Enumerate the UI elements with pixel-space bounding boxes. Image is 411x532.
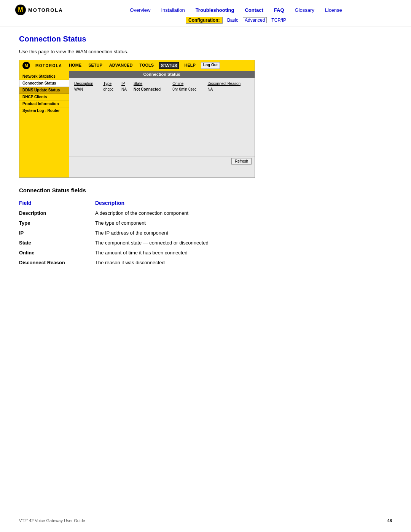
nav-license[interactable]: License — [325, 7, 342, 13]
router-nav-tools[interactable]: TOOLS — [138, 62, 155, 69]
field-col-header: Field — [19, 200, 32, 206]
table-row: WAN dhcpc NA Not Connected 0hr 0min 0sec… — [72, 86, 252, 92]
sidebar-item-network-statistics[interactable]: Network Statistics — [19, 73, 69, 80]
router-logo-icon: M — [22, 62, 30, 69]
router-main-panel: Connection Status Description Type IP St… — [69, 71, 255, 177]
motorola-logo-icon: M — [15, 5, 26, 15]
field-desc-cell: A description of the connection componen… — [95, 210, 188, 216]
field-desc-cell: The reason it was disconnected — [95, 260, 165, 265]
fields-table-row: StateThe component state — connected or … — [19, 238, 392, 248]
fields-table-row: OnlineThe amount of time it has been con… — [19, 248, 392, 257]
sidebar-item-system-log[interactable]: System Log - Router — [19, 107, 69, 114]
col-header-disconnect: Disconnect Reason — [205, 81, 252, 86]
sidebar-item-dhcp-clients[interactable]: DHCP Clients — [19, 94, 69, 101]
field-name-cell: Disconnect Reason — [19, 260, 65, 265]
router-nav-home[interactable]: HOME — [67, 62, 83, 69]
sidebar-item-product-info[interactable]: Product Information — [19, 101, 69, 107]
sidebar-item-connection-status[interactable]: Connection Status — [19, 80, 69, 87]
router-panel-header: Connection Status — [69, 71, 255, 78]
cell-online: 0hr 0min 0sec — [170, 86, 205, 92]
page-description: Use this page to view the WAN connection… — [19, 49, 392, 54]
motorola-logo-text: MOTOROLA — [28, 7, 63, 13]
sub-nav-basic[interactable]: Basic — [227, 18, 238, 23]
router-topbar: M MOTOROLA HOME SETUP ADVANCED TOOLS STA… — [19, 60, 255, 71]
router-empty-area — [69, 95, 255, 156]
fields-section-title: Connection Status fields — [19, 187, 392, 193]
main-content: Connection Status Use this page to view … — [0, 27, 411, 283]
fields-table-row: Disconnect ReasonThe reason it was disco… — [19, 257, 392, 267]
col-header-description: Description — [72, 81, 101, 86]
field-desc-cell: The IP address of the component — [95, 230, 168, 236]
field-name-cell: Online — [19, 250, 34, 256]
cell-disconnect-reason: NA — [205, 86, 252, 92]
router-body: Network Statistics Connection Status DDN… — [19, 71, 255, 177]
page-footer: VT2142 Voice Gateway User Guide 48 — [19, 518, 392, 523]
router-nav-setup[interactable]: SETUP — [87, 62, 104, 69]
cell-state: Not Connected — [131, 86, 170, 92]
refresh-button[interactable]: Refresh — [231, 158, 252, 165]
cell-type: dhcpc — [101, 86, 119, 92]
field-desc-cell: The amount of time it has been connected — [95, 250, 188, 256]
sub-nav-tcpip[interactable]: TCP/IP — [271, 18, 286, 23]
router-table-area: Description Type IP State Online Disconn… — [69, 78, 255, 95]
router-nav-advanced[interactable]: ADVANCED — [108, 62, 134, 69]
field-name-cell: Type — [19, 220, 30, 226]
col-header-ip: IP — [119, 81, 131, 86]
router-nav-status[interactable]: STATUS — [159, 62, 179, 69]
field-desc-cell: The component state — connected or disco… — [95, 240, 209, 246]
field-name-cell: Description — [19, 210, 46, 216]
router-sidebar: Network Statistics Connection Status DDN… — [19, 71, 69, 177]
sub-nav-advanced[interactable]: Advanced — [243, 17, 267, 23]
field-name-cell: IP — [19, 230, 24, 236]
logo-area: M MOTOROLA — [15, 5, 76, 15]
router-footer: Refresh — [69, 156, 255, 166]
nav-glossary[interactable]: Glossary — [295, 7, 314, 13]
sidebar-item-ddns-update[interactable]: DDNS Update Status — [19, 87, 69, 94]
router-logo-text: MOTOROLA — [35, 64, 62, 68]
router-logout-button[interactable]: Log Out — [201, 62, 220, 69]
desc-col-header: Description — [95, 200, 124, 206]
sub-nav: Configuration: Basic Advanced TCP/IP — [15, 17, 396, 24]
connection-table: Description Type IP State Online Disconn… — [72, 81, 252, 92]
nav-installation[interactable]: Installation — [161, 7, 185, 13]
fields-section: Connection Status fields Field Descripti… — [19, 187, 392, 267]
footer-left: VT2142 Voice Gateway User Guide — [19, 518, 85, 523]
footer-page-number: 48 — [387, 518, 392, 523]
router-nav: HOME SETUP ADVANCED TOOLS STATUS HELP Lo… — [67, 62, 220, 69]
field-name-cell: State — [19, 240, 31, 246]
cell-description: WAN — [72, 86, 101, 92]
field-desc-cell: The type of component — [95, 220, 146, 226]
nav-overview[interactable]: Overview — [130, 7, 150, 13]
nav-troubleshooting[interactable]: Troubleshooting — [196, 7, 234, 13]
router-nav-help[interactable]: HELP — [183, 62, 197, 69]
cell-ip: NA — [119, 86, 131, 92]
col-header-type: Type — [101, 81, 119, 86]
config-label: Configuration: — [186, 17, 223, 24]
top-nav: Overview Installation Troubleshooting Co… — [76, 7, 396, 13]
col-header-online: Online — [170, 81, 205, 86]
col-header-state: State — [131, 81, 170, 86]
page-title: Connection Status — [19, 35, 392, 43]
page-header: M MOTOROLA Overview Installation Trouble… — [0, 0, 411, 27]
router-ui-screenshot: M MOTOROLA HOME SETUP ADVANCED TOOLS STA… — [19, 60, 255, 178]
motorola-logo: M MOTOROLA — [15, 5, 63, 15]
fields-table-row: TypeThe type of component — [19, 218, 392, 228]
nav-contact[interactable]: Contact — [245, 7, 263, 13]
nav-faq[interactable]: FAQ — [274, 7, 284, 13]
fields-table-row: DescriptionA description of the connecti… — [19, 208, 392, 218]
fields-table-row: IPThe IP address of the component — [19, 228, 392, 238]
fields-table: Field Description DescriptionA descripti… — [19, 198, 392, 267]
